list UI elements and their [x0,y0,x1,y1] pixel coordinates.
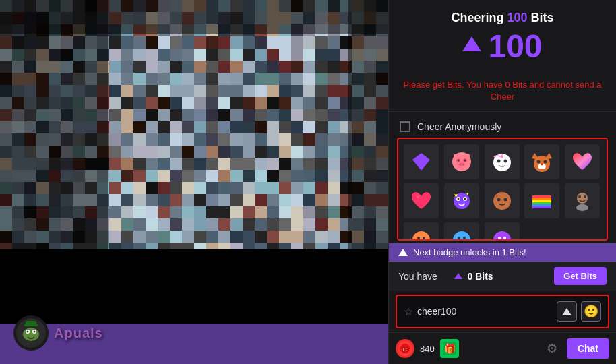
emote-hand[interactable] [485,183,520,218]
brand-icon [13,315,49,351]
chat-button[interactable]: Chat [567,338,609,359]
svg-point-38 [493,192,511,210]
emoji-button[interactable]: 🙂 [581,301,601,322]
svg-point-58 [493,231,511,241]
cheering-title: Cheering 100 Bits [402,11,603,25]
svg-point-30 [417,195,419,198]
svg-point-54 [423,237,425,239]
svg-text:✦: ✦ [466,192,469,196]
svg-point-53 [417,237,420,239]
svg-rect-45 [532,202,551,204]
svg-point-29 [541,164,543,166]
svg-rect-42 [532,195,551,198]
brand-prefix: A [54,326,64,340]
svg-rect-43 [532,198,551,200]
cheer-diamond-inner-icon [562,308,572,315]
emote-heart-2[interactable] [404,183,439,218]
emote-grid: ★ ✦ [398,139,607,241]
svg-text:★: ★ [454,192,458,198]
cheer-input-row: ☆ 🙂 [396,295,609,328]
svg-rect-7 [26,321,36,325]
right-panel: Cheering 100 Bits 100 Please get Bits. Y… [388,0,616,364]
svg-point-56 [458,237,460,239]
emote-diamond[interactable] [404,144,439,179]
bottom-bar: C 840 🎁 ⚙ Chat [389,332,616,364]
emote-heart-rainbow[interactable] [565,144,600,179]
badge-bar: Next badge unlocks in 1 Bits! [389,243,616,262]
emote-extra-1[interactable] [404,222,439,241]
bits-diamond-small-icon [454,273,462,279]
get-bits-button[interactable]: Get Bits [554,267,607,285]
emote-unicorn[interactable] [485,144,520,179]
gear-icon[interactable]: ⚙ [543,339,561,358]
svg-point-12 [457,160,459,162]
bits-number: 100 [488,30,542,63]
svg-point-14 [458,162,465,166]
emote-pig[interactable] [444,144,479,179]
svg-point-16 [462,164,464,165]
anon-label: Cheer Anonymously [417,121,501,132]
star-icon: ☆ [404,305,413,318]
coin-icon: C [396,339,414,358]
svg-point-40 [503,198,507,202]
svg-point-39 [497,198,500,202]
svg-point-17 [454,154,459,158]
cheer-diamond-button[interactable] [557,301,577,322]
you-have-bits: 0 Bits [468,271,493,282]
anon-row: Cheer Anonymously [389,116,616,138]
svg-point-27 [537,160,541,164]
cheering-header: Cheering 100 Bits 100 [389,0,616,75]
svg-rect-46 [532,204,551,206]
svg-point-15 [460,164,461,165]
emote-grid-container: ★ ✦ [397,138,608,241]
coin-count: 840 [420,344,435,354]
anon-checkbox[interactable] [400,121,410,132]
svg-point-28 [544,160,547,164]
svg-point-4 [27,331,29,333]
emote-extra-2[interactable] [444,222,479,241]
badge-diamond-icon [398,249,408,256]
you-have-label: You have [398,271,449,282]
svg-marker-8 [412,153,430,171]
emote-fox[interactable] [524,144,559,179]
svg-point-35 [464,198,466,200]
svg-point-13 [464,160,466,162]
emote-person[interactable] [565,183,600,218]
svg-point-52 [412,231,430,241]
brand-text: Apuals [54,326,103,341]
svg-point-55 [453,231,470,241]
svg-point-20 [497,160,500,163]
diamond-icon-large [462,36,481,51]
warning-text: Please get Bits. You have 0 Bits and can… [389,75,616,107]
svg-point-57 [463,237,466,239]
svg-point-41 [495,195,497,198]
brand-logo: Apuals [13,315,103,351]
svg-point-21 [503,160,507,163]
reward-icon[interactable]: 🎁 [440,339,459,358]
svg-text:C: C [403,346,407,353]
svg-point-51 [576,204,588,211]
emote-rainbow-flag[interactable] [524,183,559,218]
cheer-input[interactable] [417,306,553,317]
svg-point-5 [34,331,36,333]
you-have-row: You have 0 Bits Get Bits [389,262,616,291]
emote-party[interactable]: ★ ✦ [444,183,479,218]
svg-point-50 [584,195,586,198]
svg-point-59 [498,237,501,239]
svg-point-49 [578,195,581,198]
svg-point-60 [503,237,506,239]
svg-point-18 [464,154,470,158]
emote-extra-3[interactable] [485,222,520,241]
svg-rect-44 [532,200,551,202]
badge-text: Next badge unlocks in 1 Bits! [413,247,607,257]
svg-text:🎁: 🎁 [443,343,456,355]
video-area: Apuals [0,0,388,364]
video-canvas [0,0,388,249]
svg-rect-47 [532,206,551,208]
brand-suffix: puals [64,326,102,340]
divider-1 [389,111,616,112]
bits-display: 100 [402,30,603,63]
